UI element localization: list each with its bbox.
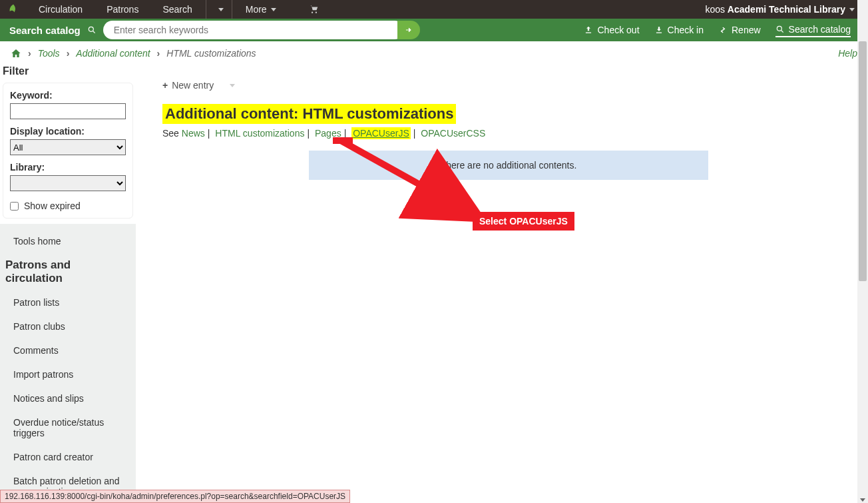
breadcrumb-current: HTML customizations — [166, 48, 256, 59]
display-location-select[interactable]: All — [10, 139, 126, 155]
filter-title: Filter — [0, 65, 136, 83]
page-title: Additional content: HTML customizations — [162, 104, 456, 124]
breadcrumb-tools[interactable]: Tools — [38, 48, 60, 59]
sidebar-item-patron-card-creator[interactable]: Patron card creator — [0, 445, 136, 469]
new-entry-label: New entry — [172, 80, 214, 91]
empty-content-message: There are no additional contents. — [309, 151, 708, 180]
checkin-button[interactable]: Check in — [654, 25, 704, 35]
koha-leaf-icon — [7, 3, 19, 15]
caret-down-icon — [218, 8, 224, 11]
sidebar-header-patrons: Patrons and circulation — [0, 253, 136, 290]
svg-point-0 — [89, 27, 93, 31]
search-bar: Search catalog Check out Check in Renew … — [0, 19, 868, 41]
upload-icon — [584, 25, 593, 35]
new-entry-button[interactable]: + New entry — [162, 80, 235, 91]
scroll-arrow-down-icon[interactable] — [860, 498, 865, 502]
search-catalog-label: Search catalog — [789, 24, 851, 35]
divider — [232, 0, 232, 19]
sidebar-item-notices[interactable]: Notices and slips — [0, 386, 136, 410]
sidebar-item-comments[interactable]: Comments — [0, 338, 136, 362]
user-name: koos — [705, 4, 725, 15]
sidebar-item-overdue-triggers[interactable]: Overdue notice/status triggers — [0, 410, 136, 445]
show-expired-label: Show expired — [24, 201, 81, 211]
help-link[interactable]: Help — [838, 48, 857, 59]
link-html-customizations[interactable]: HTML customizations — [215, 128, 304, 139]
search-catalog-label: Search catalog — [0, 25, 103, 36]
renew-icon — [718, 25, 728, 35]
app-logo[interactable] — [0, 3, 27, 15]
nav-dropdown-caret[interactable] — [208, 0, 230, 19]
user-library-switcher[interactable]: koos Academi Technical Library — [705, 4, 868, 15]
nav-circulation[interactable]: Circulation — [27, 0, 95, 19]
plus-icon: + — [162, 80, 168, 91]
search-input[interactable] — [103, 21, 404, 39]
topbar: Circulation Patrons Search More koos Aca… — [0, 0, 868, 19]
sidebar: Filter Keyword: Display location: All Li… — [0, 65, 136, 490]
svg-line-1 — [93, 31, 95, 33]
breadcrumb-additional-content[interactable]: Additional content — [76, 48, 150, 59]
sidebar-item-patron-lists[interactable]: Patron lists — [0, 290, 136, 314]
keyword-input[interactable] — [10, 103, 126, 119]
checkout-label: Check out — [597, 25, 639, 35]
search-catalog-button[interactable]: Search catalog — [775, 24, 851, 37]
nav-search[interactable]: Search — [150, 0, 204, 19]
checkin-label: Check in — [668, 25, 704, 35]
cart-icon — [310, 5, 319, 14]
svg-line-3 — [781, 31, 783, 33]
content-type-links: See News| HTML customizations| Pages| OP… — [162, 128, 841, 139]
search-label-text: Search catalog — [9, 25, 81, 36]
breadcrumb-sep: › — [157, 48, 160, 59]
library-label: Library: — [10, 162, 126, 173]
see-label: See — [162, 128, 179, 139]
link-news[interactable]: News — [182, 128, 205, 139]
cart-button[interactable] — [298, 0, 331, 19]
breadcrumb-sep: › — [28, 48, 31, 59]
keyword-label: Keyword: — [10, 90, 126, 101]
nav-patrons[interactable]: Patrons — [95, 0, 150, 19]
sidebar-tools-home[interactable]: Tools home — [0, 229, 136, 253]
caret-down-icon[interactable] — [230, 84, 235, 87]
scrollbar[interactable] — [857, 0, 868, 503]
link-pages[interactable]: Pages — [315, 128, 341, 139]
checkout-button[interactable]: Check out — [584, 25, 639, 35]
library-name: Academi Technical Library — [728, 4, 845, 15]
arrow-right-icon — [404, 25, 413, 35]
show-expired-checkbox[interactable] — [10, 202, 19, 211]
caret-down-icon — [271, 8, 276, 11]
link-opacuserjs[interactable]: OPACUserJS — [351, 127, 411, 139]
breadcrumb: › Tools › Additional content › HTML cust… — [0, 41, 868, 65]
annotation-label: Select OPACUserJS — [473, 212, 574, 231]
library-select[interactable] — [10, 175, 126, 191]
status-bar-url: 192.168.116.139:8000/cgi-bin/koha/admin/… — [0, 490, 350, 503]
main-content: + New entry Additional content: HTML cus… — [136, 65, 868, 490]
renew-label: Renew — [732, 25, 761, 35]
svg-point-2 — [777, 26, 781, 31]
link-opacusercss[interactable]: OPACUserCSS — [421, 128, 485, 139]
home-icon[interactable] — [11, 48, 21, 59]
search-icon — [775, 25, 785, 34]
sidebar-item-import-patrons[interactable]: Import patrons — [0, 362, 136, 386]
display-location-label: Display location: — [10, 126, 126, 137]
sidebar-item-patron-clubs[interactable]: Patron clubs — [0, 314, 136, 338]
divider — [206, 0, 206, 19]
renew-button[interactable]: Renew — [718, 25, 761, 35]
download-icon — [654, 25, 664, 35]
caret-down-icon — [849, 8, 855, 11]
nav-more-label: More — [246, 4, 267, 15]
nav-more[interactable]: More — [234, 0, 288, 19]
breadcrumb-sep: › — [67, 48, 70, 59]
search-icon — [87, 25, 97, 35]
search-go-button[interactable] — [397, 21, 420, 39]
scroll-thumb[interactable] — [859, 41, 867, 281]
